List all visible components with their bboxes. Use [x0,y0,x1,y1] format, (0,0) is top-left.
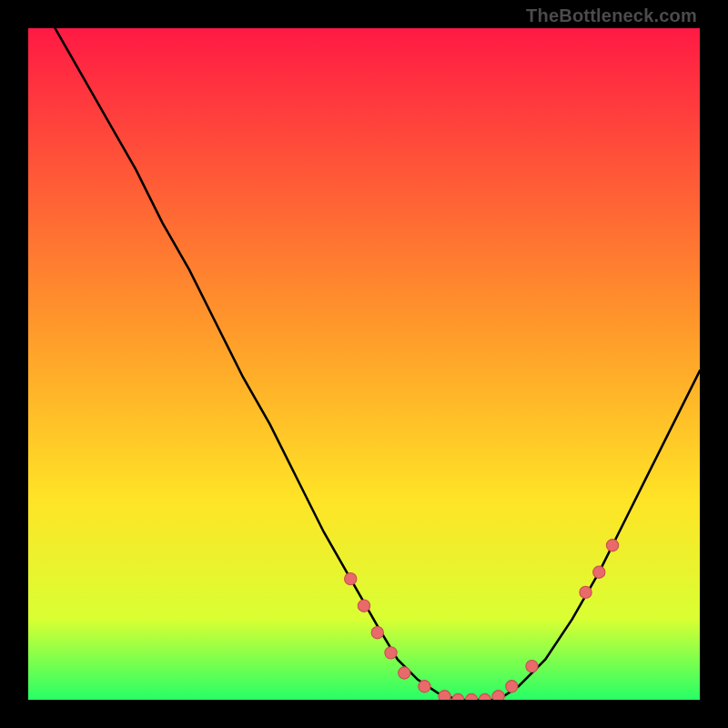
plot-area [28,28,700,700]
data-marker [419,681,430,693]
data-marker [452,693,464,700]
data-marker [506,681,518,693]
watermark-text: TheBottleneck.com [526,5,697,26]
data-marker [345,573,357,585]
data-marker [371,627,383,639]
data-marker [399,667,410,679]
data-marker [580,586,592,598]
data-markers [345,540,619,700]
curve-layer [28,28,700,700]
data-marker [593,566,605,578]
data-marker [385,647,397,659]
data-marker [358,600,369,612]
data-marker [606,540,618,551]
data-marker [526,660,538,672]
chart-stage: TheBottleneck.com [0,0,728,728]
data-marker [492,691,504,700]
bottleneck-curve [56,28,700,700]
data-marker [479,693,490,700]
data-marker [439,691,450,700]
data-marker [465,693,477,700]
